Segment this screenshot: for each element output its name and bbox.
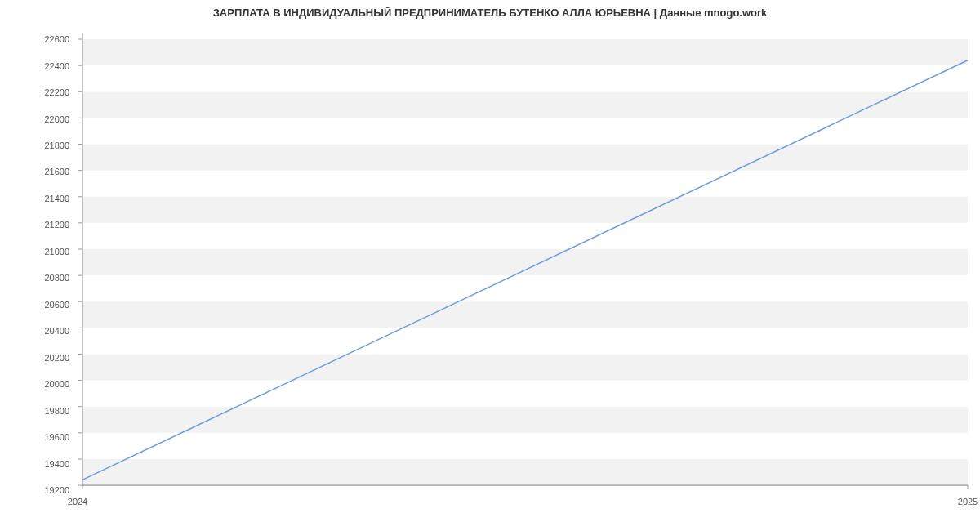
svg-rect-14 [82, 91, 968, 118]
chart-container: ЗАРПЛАТА В ИНДИВИДУАЛЬНЫЙ ПРЕДПРИНИМАТЕЛ… [0, 0, 980, 531]
svg-rect-12 [82, 145, 968, 171]
y-tick-label: 20600 [37, 300, 69, 310]
svg-rect-7 [82, 275, 968, 301]
svg-rect-3 [82, 381, 968, 407]
y-tick-label: 21800 [37, 141, 69, 150]
svg-rect-9 [82, 223, 968, 249]
y-tick-label: 19200 [37, 485, 69, 495]
svg-rect-17 [82, 33, 968, 39]
y-tick-label: 21400 [37, 194, 69, 203]
svg-rect-4 [82, 354, 968, 380]
plot-area [78, 33, 968, 490]
svg-rect-11 [82, 171, 968, 197]
y-tick-label: 20800 [37, 273, 69, 283]
svg-rect-0 [82, 459, 968, 485]
y-tick-label: 19800 [37, 406, 69, 416]
y-tick-label: 21000 [37, 247, 69, 257]
svg-rect-10 [82, 197, 968, 223]
chart-title: ЗАРПЛАТА В ИНДИВИДУАЛЬНЫЙ ПРЕДПРИНИМАТЕЛ… [0, 7, 980, 19]
y-tick-label: 20400 [37, 326, 69, 336]
plot-svg [78, 33, 968, 490]
y-tick-label: 20000 [37, 379, 69, 389]
y-tick-label: 21200 [37, 220, 69, 230]
y-tick-label: 22400 [37, 61, 69, 71]
y-tick-label: 22000 [37, 114, 69, 124]
svg-rect-16 [82, 39, 968, 65]
svg-rect-6 [82, 301, 968, 328]
svg-rect-8 [82, 249, 968, 275]
y-tick-label: 20200 [37, 353, 69, 363]
svg-rect-13 [82, 118, 968, 144]
y-tick-label: 21600 [37, 167, 69, 176]
y-tick-label: 22200 [37, 87, 69, 97]
y-tick-label: 19600 [37, 432, 69, 442]
svg-rect-15 [82, 65, 968, 91]
y-tick-label: 22600 [37, 34, 69, 44]
x-tick-label: 2024 [68, 497, 87, 506]
svg-rect-2 [82, 407, 968, 433]
x-tick-label: 2025 [958, 497, 978, 506]
svg-rect-5 [82, 328, 968, 354]
y-tick-label: 19400 [37, 459, 69, 469]
svg-rect-1 [82, 433, 968, 459]
